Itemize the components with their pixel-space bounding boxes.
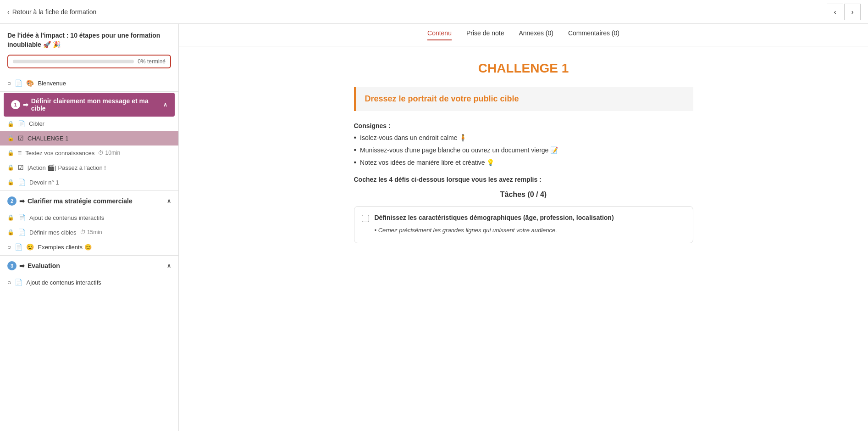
- time-meta-definir: ⏱ 15min: [80, 229, 102, 235]
- sidebar-label-devoir: Devoir n° 1: [29, 179, 59, 186]
- task-1-bullet-1: Cernez précisément les grandes lignes qu…: [375, 227, 686, 234]
- task-1-checkbox[interactable]: [362, 215, 369, 222]
- prev-nav-button[interactable]: ‹: [827, 4, 843, 20]
- doc-icon-cibler: 📄: [18, 120, 25, 127]
- section-2-label: Clarifier ma stratégie commerciale: [28, 197, 133, 205]
- consignes-list: Isolez-vous dans un endroit calme 🧍 Muni…: [354, 134, 693, 167]
- sidebar: De l'idée à l'impact : 10 étapes pour un…: [0, 24, 179, 431]
- doc-icon-ajout: 📄: [18, 214, 26, 221]
- progress-text: 0% terminé: [138, 58, 166, 65]
- doc-icon-definir: 📄: [18, 229, 26, 236]
- task-1-bullet-text-1: Cernez précisément les grandes lignes qu…: [378, 227, 557, 234]
- sidebar-label-ajout: Ajout de contenus interactifs: [29, 214, 104, 221]
- sidebar-label-bienvenue: Bienvenue: [38, 80, 66, 87]
- time-meta-testez: ⏱ 10min: [98, 150, 120, 156]
- sidebar-item-testez[interactable]: 🔒 ≡ Testez vos connaissances ⏱ 10min: [0, 146, 178, 160]
- section-2-arrow-icon: ➡: [19, 197, 25, 205]
- sidebar-label-exemples: Exemples clients 😊: [38, 244, 91, 251]
- tab-commentaires[interactable]: Commentaires (0): [568, 29, 619, 40]
- sidebar-item-challenge1[interactable]: 🔒 ☑ CHALLENGE 1: [0, 131, 178, 146]
- sidebar-item-exemples[interactable]: ○ 📄 😊 Exemples clients 😊: [0, 240, 178, 254]
- sidebar-section-2-header[interactable]: 2 ➡ Clarifier ma stratégie commerciale ∧: [0, 192, 178, 210]
- challenge-subtitle-box: Dressez le portrait de votre public cibl…: [354, 87, 693, 111]
- tabs-bar: Contenu Prise de note Annexes (0) Commen…: [179, 24, 868, 46]
- circle-icon-exemples: ○: [7, 243, 11, 251]
- lock-icon-testez: 🔒: [7, 150, 14, 156]
- content-body: CHALLENGE 1 Dressez le portrait de votre…: [317, 46, 730, 263]
- sidebar-label-testez: Testez vos connaissances: [25, 150, 94, 157]
- lock-icon-challenge: 🔒: [7, 135, 14, 141]
- section-1-header-left: 1 ➡ Définir clairement mon message et ma…: [11, 97, 163, 112]
- section-3-badge: 3: [7, 261, 17, 270]
- sidebar-section-1-header[interactable]: 1 ➡ Définir clairement mon message et ma…: [4, 93, 175, 117]
- lock-icon-ajout: 🔒: [7, 214, 14, 221]
- task-1-bullet-list: Cernez précisément les grandes lignes qu…: [375, 227, 686, 234]
- tab-contenu[interactable]: Contenu: [427, 29, 452, 40]
- next-nav-button[interactable]: ›: [844, 4, 861, 20]
- task-card-1: Définissez les caractéristiques démograp…: [354, 206, 693, 243]
- section-1-badge: 1: [11, 100, 20, 109]
- back-link[interactable]: ‹ Retour à la fiche de formation: [7, 8, 96, 16]
- progress-bar-background: [13, 60, 134, 63]
- content-area: Contenu Prise de note Annexes (0) Commen…: [179, 24, 868, 431]
- consigne-item-3: Notez vos idées de manière libre et créa…: [354, 159, 693, 167]
- sidebar-item-cibler[interactable]: 🔒 📄 Cibler: [0, 117, 178, 131]
- cochez-label: Cochez les 4 défis ci-dessous lorsque vo…: [354, 176, 693, 183]
- taches-title: Tâches (0 / 4): [354, 190, 693, 199]
- challenge-subtitle: Dressez le portrait de votre public cibl…: [365, 94, 684, 104]
- consigne-text-2: Munissez-vous d'une page blanche ou ouvr…: [360, 146, 558, 154]
- sidebar-label-cibler: Cibler: [29, 120, 44, 127]
- sidebar-item-ajout2[interactable]: ○ 📄 Ajout de contenus interactifs: [0, 275, 178, 290]
- divider1: [0, 91, 178, 92]
- section-1-chevron: ∧: [163, 101, 167, 108]
- circle-icon: ○: [7, 79, 11, 87]
- consigne-text-3: Notez vos idées de manière libre et créa…: [360, 159, 494, 166]
- doc-icon: 📄: [15, 79, 22, 87]
- consigne-text-1: Isolez-vous dans un endroit calme 🧍: [360, 134, 467, 141]
- progress-box: 0% terminé: [7, 55, 171, 68]
- taches-count: (0 / 4): [527, 190, 547, 198]
- sidebar-item-action[interactable]: 🔒 ☑ [Action 🎬] Passez à l'action !: [0, 160, 178, 175]
- circle-icon-ajout2: ○: [7, 279, 11, 286]
- section-1-label: Définir clairement mon message et ma cib…: [31, 97, 163, 112]
- doc-icon-devoir: 📄: [18, 179, 26, 186]
- lock-icon: 🔒: [7, 121, 14, 127]
- lock-icon-action: 🔒: [7, 164, 14, 171]
- tab-annexes[interactable]: Annexes (0): [519, 29, 553, 40]
- nav-arrows: ‹ ›: [827, 4, 861, 20]
- divider3: [0, 255, 178, 256]
- main-layout: De l'idée à l'impact : 10 étapes pour un…: [0, 24, 868, 431]
- sidebar-label-challenge1: CHALLENGE 1: [28, 135, 69, 142]
- palette-icon: 🎨: [26, 79, 34, 87]
- consigne-item-1: Isolez-vous dans un endroit calme 🧍: [354, 134, 693, 142]
- lock-icon-definir: 🔒: [7, 229, 14, 235]
- sidebar-item-definir-cibles[interactable]: 🔒 📄 Définir mes cibles ⏱ 15min: [0, 225, 178, 240]
- sidebar-label-definir-cibles: Définir mes cibles: [29, 229, 77, 236]
- section-2-badge: 2: [7, 196, 17, 206]
- challenge-title: CHALLENGE 1: [354, 61, 693, 76]
- consignes-label: Consignes :: [354, 122, 693, 129]
- back-arrow-icon: ‹: [7, 8, 10, 16]
- task-1-title: Définissez les caractéristiques démograp…: [375, 214, 614, 221]
- top-nav: ‹ Retour à la fiche de formation ‹ ›: [0, 0, 868, 24]
- sidebar-item-devoir[interactable]: 🔒 📄 Devoir n° 1: [0, 175, 178, 190]
- sidebar-item-bienvenue[interactable]: ○ 📄 🎨 Bienvenue: [0, 76, 178, 90]
- sidebar-item-ajout-interactifs[interactable]: 🔒 📄 Ajout de contenus interactifs: [0, 210, 178, 225]
- list-icon-testez: ≡: [18, 149, 22, 157]
- section-3-arrow-icon: ➡: [19, 262, 25, 269]
- lock-icon-devoir: 🔒: [7, 179, 14, 185]
- back-label: Retour à la fiche de formation: [12, 8, 97, 16]
- task-card-1-header: Définissez les caractéristiques démograp…: [362, 214, 686, 222]
- taches-label: Tâches: [500, 190, 525, 198]
- tab-prise-de-note[interactable]: Prise de note: [466, 29, 504, 40]
- section-3-label: Evaluation: [28, 262, 60, 269]
- check-icon-action: ☑: [18, 164, 24, 171]
- section-2-chevron: ∧: [167, 198, 171, 204]
- sidebar-title: De l'idée à l'impact : 10 étapes pour un…: [0, 31, 178, 55]
- sidebar-section-3-header[interactable]: 3 ➡ Evaluation ∧: [0, 257, 178, 275]
- check-icon-challenge: ☑: [18, 134, 24, 142]
- section-3-header-left: 3 ➡ Evaluation: [7, 261, 60, 270]
- doc-icon-exemples: 📄: [15, 243, 22, 251]
- consigne-item-2: Munissez-vous d'une page blanche ou ouvr…: [354, 146, 693, 154]
- sidebar-label-action: [Action 🎬] Passez à l'action !: [28, 164, 106, 171]
